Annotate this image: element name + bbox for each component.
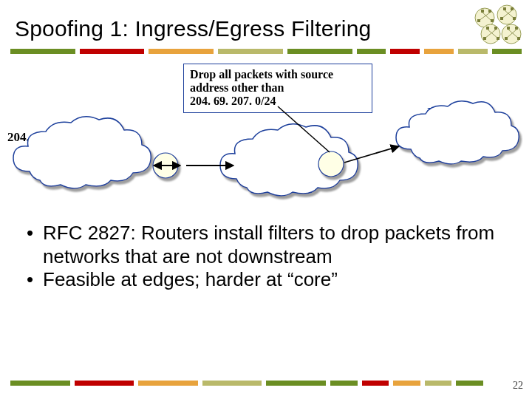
accent-bar-top [10,49,522,54]
svg-rect-17 [515,27,518,30]
subnet-cloud-icon [13,117,151,188]
bullet-list: • RFC 2827: Routers install filters to d… [27,222,499,292]
slide-title: Spoofing 1: Ingress/Egress Filtering [15,16,429,41]
network-cluster-icon [468,4,526,50]
svg-rect-12 [486,27,489,30]
bullet-text: RFC 2827: Routers install filters to dro… [43,222,499,268]
bullet-item: • RFC 2827: Routers install filters to d… [27,222,499,268]
accent-bar-bottom [10,381,483,386]
filter-router-icon [318,151,344,177]
network-diagram [0,61,532,201]
diagram-area: Drop all packets with source address oth… [0,61,532,201]
bullet-dot-icon: • [27,268,43,292]
svg-rect-8 [503,7,506,10]
bullet-dot-icon: • [27,222,43,268]
svg-rect-13 [494,27,497,30]
svg-rect-4 [481,10,484,13]
bullet-text: Feasible at edges; harder at “core” [43,268,499,292]
page-number: 22 [513,380,523,392]
internet-cloud-icon [396,101,519,164]
svg-point-29 [318,151,344,177]
bullet-item: • Feasible at edges; harder at “core” [27,268,499,292]
svg-rect-5 [488,10,491,13]
svg-rect-9 [511,7,514,10]
svg-rect-16 [507,27,510,30]
